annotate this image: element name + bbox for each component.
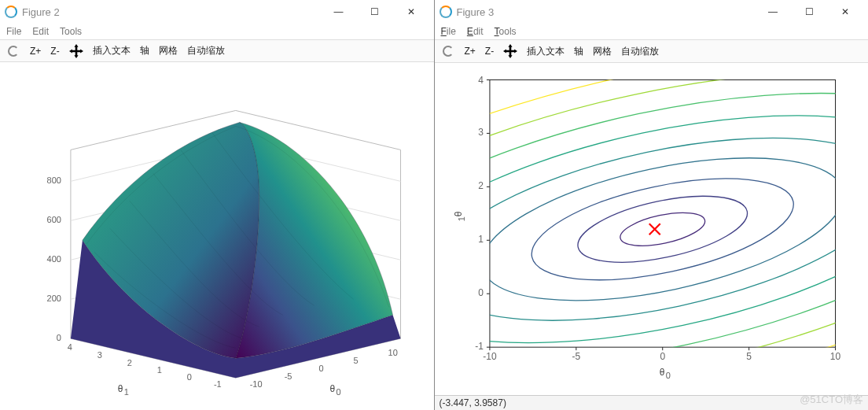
grid-button[interactable]: 网格 [159, 44, 178, 57]
titlebar[interactable]: Figure 2 — ☐ ✕ [0, 0, 434, 24]
zoom-in-button[interactable]: Z+ [465, 46, 476, 57]
menu-tools[interactable]: Tools [495, 26, 517, 37]
menubar: File Edit Tools [0, 24, 434, 40]
axes-button[interactable]: 轴 [140, 44, 149, 57]
svg-text:0: 0 [187, 373, 192, 382]
plot-contour[interactable]: -10 -5 0 5 10 θ0 -1 0 1 2 3 [435, 63, 869, 395]
svg-text:2: 2 [127, 359, 132, 368]
svg-point-67 [435, 63, 869, 395]
svg-text:3: 3 [478, 127, 484, 139]
grid-button[interactable]: 网格 [593, 45, 612, 58]
svg-text:0: 0 [660, 351, 665, 362]
window-figure-3: Figure 3 — ☐ ✕ File Edit Tools Z+ Z- 插入文… [435, 0, 869, 410]
svg-text:5: 5 [354, 356, 359, 366]
svg-text:10: 10 [829, 351, 840, 362]
insert-text-button[interactable]: 插入文本 [93, 44, 131, 57]
svg-text:-5: -5 [572, 351, 580, 362]
svg-text:0: 0 [57, 334, 61, 343]
menu-edit[interactable]: Edit [32, 26, 49, 37]
window-title: Figure 2 [22, 6, 60, 18]
svg-point-63 [469, 131, 855, 327]
svg-text:-10: -10 [483, 351, 497, 362]
statusbar: (-3.447, 3.9587) [435, 395, 869, 410]
autoscale-button[interactable]: 自动缩放 [621, 45, 659, 58]
svg-text:0: 0 [337, 388, 341, 397]
zoom-in-button[interactable]: Z+ [30, 46, 41, 57]
svg-text:3: 3 [97, 351, 102, 360]
svg-text:θ: θ [330, 384, 336, 395]
menu-edit[interactable]: Edit [467, 26, 484, 37]
cursor-coords: (-3.447, 3.9587) [440, 397, 506, 408]
svg-point-66 [435, 63, 869, 395]
svg-point-68 [435, 63, 869, 395]
svg-text:5: 5 [746, 351, 752, 362]
window-figure-2: Figure 2 — ☐ ✕ File Edit Tools Z+ Z- 插入文… [0, 0, 435, 410]
svg-text:1: 1 [456, 216, 465, 221]
svg-point-62 [523, 159, 802, 299]
minimize-button[interactable]: — [321, 0, 357, 24]
svg-point-64 [435, 103, 869, 355]
svg-text:θ: θ [118, 384, 123, 395]
svg-text:1: 1 [124, 388, 129, 397]
svg-text:1: 1 [157, 366, 162, 375]
svg-text:2: 2 [478, 180, 484, 191]
svg-text:-1: -1 [475, 341, 484, 352]
plot-3d-surface[interactable]: 0 200 400 600 800 4 3 2 1 0 -1 θ1 -10 -5… [0, 62, 434, 410]
insert-text-button[interactable]: 插入文本 [527, 45, 565, 58]
octave-icon [440, 6, 452, 18]
svg-rect-33 [489, 80, 835, 348]
menu-file[interactable]: File [441, 26, 456, 37]
toolbar: Z+ Z- 插入文本 轴 网格 自动缩放 [435, 40, 869, 63]
zoom-out-button[interactable]: Z- [50, 46, 59, 57]
svg-text:600: 600 [47, 216, 61, 225]
rotate-icon[interactable] [441, 44, 455, 58]
svg-text:1: 1 [478, 234, 484, 245]
zoom-out-button[interactable]: Z- [485, 46, 494, 57]
toolbar: Z+ Z- 插入文本 轴 网格 自动缩放 [0, 40, 434, 63]
autoscale-button[interactable]: 自动缩放 [187, 44, 225, 57]
maximize-button[interactable]: ☐ [791, 0, 827, 24]
svg-text:4: 4 [68, 343, 72, 353]
menu-tools[interactable]: Tools [60, 26, 82, 37]
svg-text:θ: θ [659, 367, 664, 378]
octave-icon [5, 6, 17, 18]
svg-text:0: 0 [478, 287, 484, 298]
marker-x-icon [649, 223, 660, 235]
svg-text:0: 0 [319, 364, 324, 374]
svg-text:θ: θ [452, 211, 463, 216]
menu-file[interactable]: File [6, 26, 21, 37]
titlebar[interactable]: Figure 3 — ☐ ✕ [435, 0, 869, 24]
pan-icon[interactable] [503, 44, 517, 58]
minimize-button[interactable]: — [755, 0, 791, 24]
maximize-button[interactable]: ☐ [357, 0, 393, 24]
close-button[interactable]: ✕ [827, 0, 863, 24]
svg-point-60 [617, 206, 708, 252]
rotate-icon[interactable] [6, 44, 20, 58]
pan-icon[interactable] [69, 44, 83, 58]
svg-text:400: 400 [47, 255, 61, 264]
svg-text:-5: -5 [285, 372, 292, 382]
axes-button[interactable]: 轴 [574, 45, 583, 58]
svg-text:-10: -10 [250, 380, 263, 390]
menubar: File Edit Tools [435, 24, 869, 40]
svg-text:4: 4 [478, 76, 484, 87]
svg-text:0: 0 [665, 371, 670, 380]
svg-point-61 [572, 183, 752, 275]
svg-text:200: 200 [47, 294, 61, 304]
svg-text:10: 10 [388, 349, 398, 358]
svg-point-65 [435, 72, 869, 386]
svg-text:-1: -1 [214, 380, 222, 390]
window-title: Figure 3 [457, 6, 495, 18]
close-button[interactable]: ✕ [393, 0, 429, 24]
svg-text:800: 800 [47, 176, 61, 186]
